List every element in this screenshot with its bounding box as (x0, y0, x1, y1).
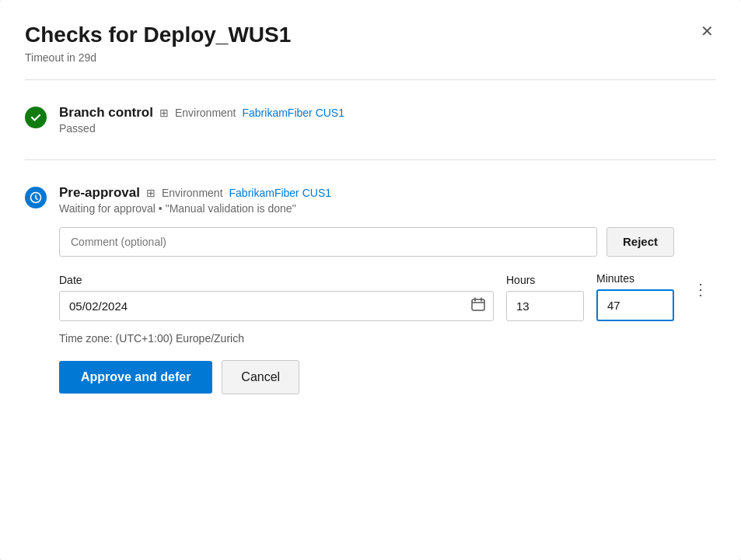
modal-container: Checks for Deploy_WUS1 Timeout in 29d ✕ … (0, 0, 741, 560)
branch-control-env-icon: ⊞ (159, 107, 169, 119)
pre-approval-env-icon: ⊞ (146, 187, 156, 199)
more-options-icon: ⋮ (693, 281, 710, 298)
pre-approval-row: Pre-approval ⊞ Environment FabrikamFiber… (25, 176, 716, 404)
clock-icon (30, 191, 42, 204)
cancel-button[interactable]: Cancel (222, 360, 299, 394)
more-options-button[interactable]: ⋮ (687, 277, 716, 302)
pre-approval-status: Waiting for approval • "Manual validatio… (59, 202, 674, 215)
approve-defer-button[interactable]: Approve and defer (59, 361, 212, 394)
timezone-text: Time zone: (UTC+1:00) Europe/Zurich (59, 332, 674, 345)
comment-input[interactable] (59, 227, 597, 257)
action-row: Approve and defer Cancel (59, 360, 674, 394)
date-time-row: Date (59, 272, 674, 321)
modal-subtitle: Timeout in 29d (25, 51, 716, 64)
pre-approval-status-icon (25, 187, 47, 208)
close-button[interactable]: ✕ (694, 19, 719, 44)
modal-header: Checks for Deploy_WUS1 Timeout in 29d (25, 22, 716, 64)
branch-control-env-link[interactable]: FabrikamFiber CUS1 (243, 107, 344, 119)
pre-approval-content: Pre-approval ⊞ Environment FabrikamFiber… (59, 185, 674, 394)
date-field-group: Date (59, 274, 494, 321)
branch-control-content: Branch control ⊞ Environment FabrikamFib… (59, 105, 716, 135)
modal-title: Checks for Deploy_WUS1 (25, 22, 716, 48)
divider-top (25, 79, 716, 80)
approval-form: Reject Date (59, 227, 674, 394)
date-label: Date (59, 274, 494, 286)
pre-approval-title-row: Pre-approval ⊞ Environment FabrikamFiber… (59, 185, 674, 201)
pre-approval-env-link[interactable]: FabrikamFiber CUS1 (229, 187, 331, 199)
close-icon: ✕ (701, 22, 714, 40)
branch-control-env-label: Environment (175, 107, 236, 119)
reject-button[interactable]: Reject (606, 227, 674, 257)
hours-input[interactable] (506, 291, 584, 321)
branch-control-status-icon (25, 107, 47, 128)
branch-control-row: Branch control ⊞ Environment FabrikamFib… (25, 96, 716, 144)
branch-control-title-row: Branch control ⊞ Environment FabrikamFib… (59, 105, 716, 121)
minutes-field-group: Minutes (596, 272, 674, 321)
checkmark-icon (30, 111, 42, 124)
hours-field-group: Hours (506, 274, 584, 321)
minutes-label: Minutes (596, 272, 674, 285)
date-input-wrapper (59, 291, 494, 321)
comment-row: Reject (59, 227, 674, 257)
branch-control-status: Passed (59, 122, 716, 135)
pre-approval-name: Pre-approval (59, 185, 140, 201)
divider-middle (25, 159, 716, 160)
pre-approval-env-label: Environment (162, 187, 223, 199)
date-input[interactable] (59, 291, 494, 321)
hours-label: Hours (506, 274, 584, 286)
minutes-input[interactable] (596, 289, 674, 321)
branch-control-name: Branch control (59, 105, 153, 121)
